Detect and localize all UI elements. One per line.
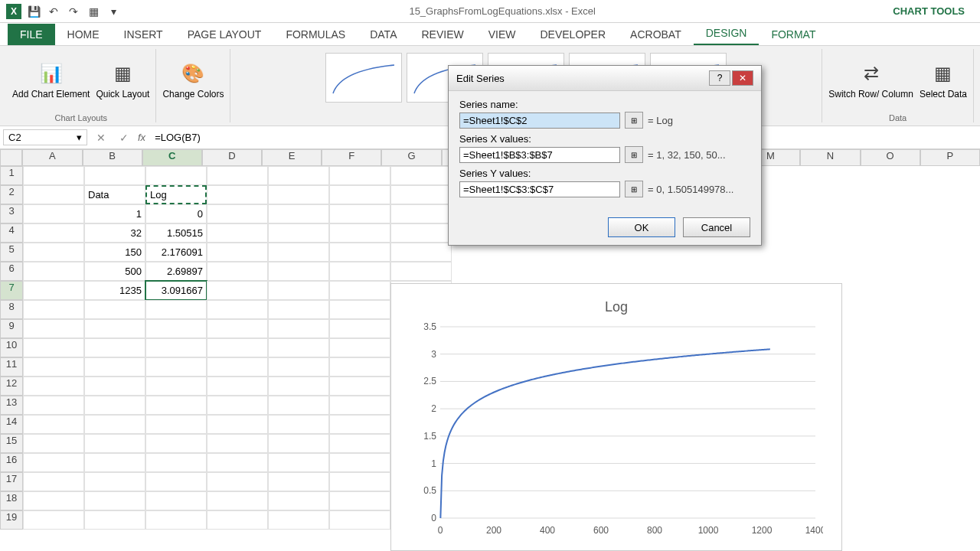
cell[interactable] (268, 453, 329, 472)
cell[interactable] (329, 185, 390, 204)
tab-developer[interactable]: DEVELOPER (528, 24, 618, 45)
row-header[interactable]: 13 (0, 396, 23, 415)
cell[interactable] (268, 434, 329, 453)
enter-formula-icon[interactable]: ✓ (115, 132, 133, 144)
cell[interactable]: 0 (145, 204, 207, 223)
cell[interactable] (268, 204, 329, 223)
row-header[interactable]: 15 (0, 434, 23, 453)
cell[interactable] (145, 357, 207, 377)
redo-icon[interactable]: ↷ (66, 4, 81, 19)
tab-review[interactable]: REVIEW (409, 24, 475, 45)
tab-format[interactable]: FORMAT (759, 24, 828, 45)
add-chart-element-button[interactable]: 📊 Add Chart Element (12, 49, 90, 112)
cell[interactable] (23, 185, 84, 204)
cell[interactable]: 2.69897 (145, 262, 207, 281)
cell[interactable] (390, 223, 452, 243)
cell[interactable] (145, 166, 207, 185)
cell[interactable] (268, 262, 329, 281)
cell[interactable] (329, 204, 390, 223)
table-icon[interactable]: ▦ (86, 4, 101, 19)
cell[interactable] (145, 338, 207, 357)
cell[interactable]: 2.176091 (145, 243, 207, 262)
cell[interactable] (145, 510, 207, 530)
row-header[interactable]: 10 (0, 338, 23, 357)
cell[interactable] (329, 491, 390, 510)
row-header[interactable]: 4 (0, 223, 23, 243)
cell[interactable] (207, 510, 268, 530)
cell[interactable] (268, 357, 329, 377)
tab-home[interactable]: HOME (55, 24, 112, 45)
cell[interactable] (329, 243, 390, 262)
cell[interactable] (145, 319, 207, 338)
row-header[interactable]: 14 (0, 415, 23, 434)
range-select-icon[interactable]: ⊞ (625, 112, 643, 129)
cell[interactable] (84, 510, 145, 530)
cell[interactable]: Data (84, 185, 145, 204)
range-select-icon[interactable]: ⊞ (625, 181, 643, 197)
cell[interactable] (390, 185, 452, 204)
cell[interactable]: 1.50515 (145, 223, 207, 243)
cell[interactable] (329, 472, 390, 491)
cell[interactable] (23, 415, 84, 434)
cell[interactable] (84, 472, 145, 491)
row-header[interactable]: 18 (0, 491, 23, 510)
cell[interactable] (145, 396, 207, 415)
cell[interactable] (84, 453, 145, 472)
undo-icon[interactable]: ↶ (46, 4, 61, 19)
switch-row-column-button[interactable]: ⇄ Switch Row/ Column (828, 49, 913, 112)
excel-logo-icon[interactable]: X (6, 4, 21, 19)
cell[interactable] (84, 377, 145, 396)
cell[interactable] (23, 396, 84, 415)
cell[interactable] (268, 319, 329, 338)
cell[interactable] (23, 510, 84, 530)
cell[interactable] (207, 472, 268, 491)
cell[interactable]: 150 (84, 243, 145, 262)
cell[interactable] (145, 300, 207, 319)
cell[interactable] (84, 491, 145, 510)
cell[interactable] (145, 472, 207, 491)
cell[interactable] (23, 166, 84, 185)
col-header[interactable]: O (861, 149, 920, 166)
cell[interactable] (23, 453, 84, 472)
cell[interactable] (268, 338, 329, 357)
row-header[interactable]: 17 (0, 472, 23, 491)
cell[interactable] (329, 281, 390, 300)
tab-insert[interactable]: INSERT (112, 24, 175, 45)
cell[interactable] (329, 377, 390, 396)
cell[interactable] (207, 491, 268, 510)
cell[interactable] (84, 357, 145, 377)
chevron-down-icon[interactable]: ▾ (77, 132, 82, 143)
cell[interactable] (268, 300, 329, 319)
cell[interactable] (268, 243, 329, 262)
cell[interactable] (84, 319, 145, 338)
cell[interactable] (329, 357, 390, 377)
cell[interactable] (329, 434, 390, 453)
cancel-button[interactable]: Cancel (683, 217, 750, 237)
tab-data[interactable]: DATA (358, 24, 409, 45)
row-header[interactable]: 19 (0, 510, 23, 530)
row-header[interactable]: 9 (0, 319, 23, 338)
cell[interactable]: 1 (84, 204, 145, 223)
cell[interactable]: 1235 (84, 281, 145, 300)
cell[interactable] (84, 300, 145, 319)
chart-title[interactable]: Log (605, 299, 628, 315)
cell[interactable] (207, 185, 268, 204)
cell[interactable] (329, 453, 390, 472)
embedded-chart[interactable]: Log 00.511.522.533.502004006008001000120… (390, 283, 842, 551)
cell[interactable] (329, 338, 390, 357)
cell[interactable] (23, 223, 84, 243)
cell[interactable] (23, 338, 84, 357)
cell[interactable] (329, 319, 390, 338)
col-header[interactable]: D (202, 149, 262, 166)
row-header[interactable]: 8 (0, 300, 23, 319)
row-header[interactable]: 3 (0, 204, 23, 223)
tab-acrobat[interactable]: ACROBAT (618, 24, 694, 45)
cell[interactable] (145, 377, 207, 396)
change-colors-button[interactable]: 🎨 Change Colors (162, 49, 224, 112)
row-header[interactable]: 1 (0, 166, 23, 185)
ok-button[interactable]: OK (608, 217, 675, 237)
cell[interactable] (23, 357, 84, 377)
chart-style-1[interactable] (325, 53, 402, 103)
cell[interactable] (23, 300, 84, 319)
cell[interactable] (145, 491, 207, 510)
